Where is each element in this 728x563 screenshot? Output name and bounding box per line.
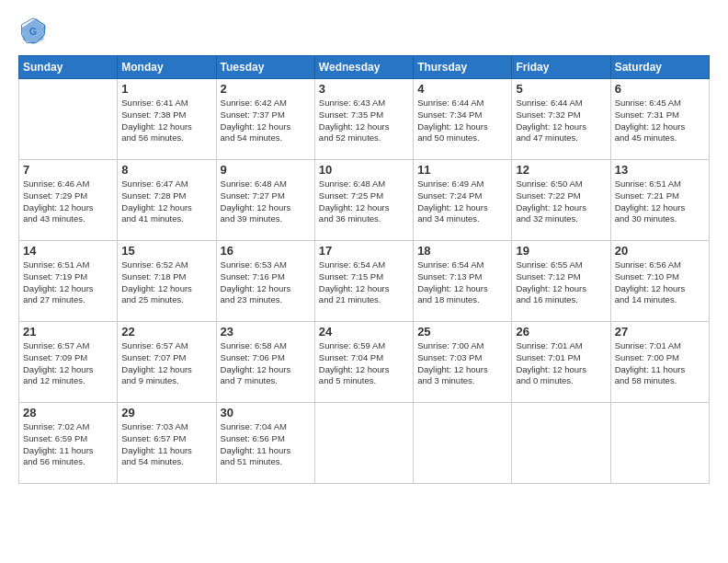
calendar-cell [512, 403, 610, 484]
calendar-cell: 20Sunrise: 6:56 AM Sunset: 7:10 PM Dayli… [610, 241, 709, 322]
day-number: 12 [516, 163, 606, 177]
day-header-saturday: Saturday [610, 56, 709, 79]
calendar-cell: 3Sunrise: 6:43 AM Sunset: 7:35 PM Daylig… [314, 79, 413, 160]
calendar-cell [314, 403, 413, 484]
day-number: 30 [221, 406, 311, 419]
day-number: 21 [23, 325, 113, 339]
day-header-sunday: Sunday [19, 56, 118, 79]
day-header-tuesday: Tuesday [216, 56, 314, 79]
calendar-header-row: SundayMondayTuesdayWednesdayThursdayFrid… [19, 56, 710, 79]
day-header-monday: Monday [118, 56, 216, 79]
calendar-cell: 29Sunrise: 7:03 AM Sunset: 6:57 PM Dayli… [118, 403, 216, 484]
day-number: 6 [615, 82, 705, 96]
week-row-5: 28Sunrise: 7:02 AM Sunset: 6:59 PM Dayli… [19, 403, 710, 484]
day-header-friday: Friday [512, 56, 610, 79]
calendar-cell: 1Sunrise: 6:41 AM Sunset: 7:38 PM Daylig… [118, 79, 216, 160]
calendar-cell: 19Sunrise: 6:55 AM Sunset: 7:12 PM Dayli… [512, 241, 610, 322]
calendar-cell: 27Sunrise: 7:01 AM Sunset: 7:00 PM Dayli… [610, 322, 709, 403]
cell-info: Sunrise: 6:51 AM Sunset: 7:21 PM Dayligh… [615, 178, 705, 225]
cell-info: Sunrise: 6:55 AM Sunset: 7:12 PM Dayligh… [516, 259, 606, 306]
calendar-cell: 26Sunrise: 7:01 AM Sunset: 7:01 PM Dayli… [512, 322, 610, 403]
calendar-cell: 10Sunrise: 6:48 AM Sunset: 7:25 PM Dayli… [314, 160, 413, 241]
calendar-cell: 18Sunrise: 6:54 AM Sunset: 7:13 PM Dayli… [414, 241, 512, 322]
day-number: 20 [615, 244, 705, 258]
day-number: 22 [121, 325, 211, 339]
cell-info: Sunrise: 6:42 AM Sunset: 7:37 PM Dayligh… [221, 98, 311, 144]
day-number: 14 [23, 244, 113, 258]
calendar-cell: 24Sunrise: 6:59 AM Sunset: 7:04 PM Dayli… [314, 322, 413, 403]
header: G [18, 17, 710, 46]
cell-info: Sunrise: 7:00 AM Sunset: 7:03 PM Dayligh… [417, 340, 507, 387]
day-header-thursday: Thursday [414, 56, 512, 79]
day-number: 29 [121, 406, 211, 419]
cell-info: Sunrise: 6:52 AM Sunset: 7:18 PM Dayligh… [121, 259, 211, 306]
calendar-cell: 6Sunrise: 6:45 AM Sunset: 7:31 PM Daylig… [610, 79, 709, 160]
cell-info: Sunrise: 6:48 AM Sunset: 7:25 PM Dayligh… [319, 178, 409, 225]
cell-info: Sunrise: 6:44 AM Sunset: 7:32 PM Dayligh… [516, 98, 606, 144]
cell-info: Sunrise: 6:45 AM Sunset: 7:31 PM Dayligh… [615, 98, 705, 144]
logo: G [18, 17, 51, 46]
day-number: 9 [221, 163, 311, 177]
cell-info: Sunrise: 6:49 AM Sunset: 7:24 PM Dayligh… [417, 178, 507, 225]
calendar-cell: 12Sunrise: 6:50 AM Sunset: 7:22 PM Dayli… [512, 160, 610, 241]
cell-info: Sunrise: 6:57 AM Sunset: 7:07 PM Dayligh… [121, 340, 211, 387]
cell-info: Sunrise: 6:47 AM Sunset: 7:28 PM Dayligh… [121, 178, 211, 225]
calendar-cell: 2Sunrise: 6:42 AM Sunset: 7:37 PM Daylig… [216, 79, 314, 160]
calendar-cell [414, 403, 512, 484]
cell-info: Sunrise: 6:48 AM Sunset: 7:27 PM Dayligh… [221, 178, 311, 225]
day-number: 16 [221, 244, 311, 258]
cell-info: Sunrise: 6:53 AM Sunset: 7:16 PM Dayligh… [221, 259, 311, 306]
calendar-cell [19, 79, 118, 160]
cell-info: Sunrise: 6:57 AM Sunset: 7:09 PM Dayligh… [23, 340, 113, 387]
day-number: 4 [417, 82, 507, 96]
week-row-4: 21Sunrise: 6:57 AM Sunset: 7:09 PM Dayli… [19, 322, 710, 403]
calendar-cell: 4Sunrise: 6:44 AM Sunset: 7:34 PM Daylig… [414, 79, 512, 160]
calendar-cell: 17Sunrise: 6:54 AM Sunset: 7:15 PM Dayli… [314, 241, 413, 322]
day-number: 17 [319, 244, 409, 258]
day-number: 5 [516, 82, 606, 96]
day-number: 3 [319, 82, 409, 96]
calendar-cell: 28Sunrise: 7:02 AM Sunset: 6:59 PM Dayli… [19, 403, 118, 484]
week-row-3: 14Sunrise: 6:51 AM Sunset: 7:19 PM Dayli… [19, 241, 710, 322]
day-number: 26 [516, 325, 606, 339]
page: G SundayMondayTuesdayWednesdayThursdayFr… [0, 0, 728, 563]
day-number: 19 [516, 244, 606, 258]
calendar-cell: 16Sunrise: 6:53 AM Sunset: 7:16 PM Dayli… [216, 241, 314, 322]
week-row-1: 1Sunrise: 6:41 AM Sunset: 7:38 PM Daylig… [19, 79, 710, 160]
cell-info: Sunrise: 6:54 AM Sunset: 7:13 PM Dayligh… [417, 259, 507, 306]
calendar-cell: 5Sunrise: 6:44 AM Sunset: 7:32 PM Daylig… [512, 79, 610, 160]
day-number: 10 [319, 163, 409, 177]
cell-info: Sunrise: 6:41 AM Sunset: 7:38 PM Dayligh… [121, 98, 211, 144]
day-number: 24 [319, 325, 409, 339]
cell-info: Sunrise: 7:02 AM Sunset: 6:59 PM Dayligh… [23, 421, 113, 468]
calendar-cell [610, 403, 709, 484]
calendar-cell: 23Sunrise: 6:58 AM Sunset: 7:06 PM Dayli… [216, 322, 314, 403]
cell-info: Sunrise: 6:54 AM Sunset: 7:15 PM Dayligh… [319, 259, 409, 306]
cell-info: Sunrise: 7:01 AM Sunset: 7:00 PM Dayligh… [615, 340, 705, 387]
cell-info: Sunrise: 6:59 AM Sunset: 7:04 PM Dayligh… [319, 340, 409, 387]
calendar-cell: 8Sunrise: 6:47 AM Sunset: 7:28 PM Daylig… [118, 160, 216, 241]
day-number: 1 [121, 82, 211, 96]
week-row-2: 7Sunrise: 6:46 AM Sunset: 7:29 PM Daylig… [19, 160, 710, 241]
calendar-cell: 13Sunrise: 6:51 AM Sunset: 7:21 PM Dayli… [610, 160, 709, 241]
calendar-cell: 9Sunrise: 6:48 AM Sunset: 7:27 PM Daylig… [216, 160, 314, 241]
day-number: 27 [615, 325, 705, 339]
calendar-cell: 21Sunrise: 6:57 AM Sunset: 7:09 PM Dayli… [19, 322, 118, 403]
cell-info: Sunrise: 6:50 AM Sunset: 7:22 PM Dayligh… [516, 178, 606, 225]
calendar-cell: 11Sunrise: 6:49 AM Sunset: 7:24 PM Dayli… [414, 160, 512, 241]
calendar-cell: 7Sunrise: 6:46 AM Sunset: 7:29 PM Daylig… [19, 160, 118, 241]
cell-info: Sunrise: 7:03 AM Sunset: 6:57 PM Dayligh… [121, 421, 211, 468]
cell-info: Sunrise: 6:58 AM Sunset: 7:06 PM Dayligh… [221, 340, 311, 387]
day-number: 2 [221, 82, 311, 96]
cell-info: Sunrise: 7:04 AM Sunset: 6:56 PM Dayligh… [221, 421, 311, 468]
cell-info: Sunrise: 6:51 AM Sunset: 7:19 PM Dayligh… [23, 259, 113, 306]
day-number: 25 [417, 325, 507, 339]
calendar-cell: 14Sunrise: 6:51 AM Sunset: 7:19 PM Dayli… [19, 241, 118, 322]
calendar-cell: 15Sunrise: 6:52 AM Sunset: 7:18 PM Dayli… [118, 241, 216, 322]
cell-info: Sunrise: 6:46 AM Sunset: 7:29 PM Dayligh… [23, 178, 113, 225]
calendar-cell: 30Sunrise: 7:04 AM Sunset: 6:56 PM Dayli… [216, 403, 314, 484]
day-number: 11 [417, 163, 507, 177]
svg-text:G: G [29, 26, 37, 37]
cell-info: Sunrise: 7:01 AM Sunset: 7:01 PM Dayligh… [516, 340, 606, 387]
cell-info: Sunrise: 6:43 AM Sunset: 7:35 PM Dayligh… [319, 98, 409, 144]
